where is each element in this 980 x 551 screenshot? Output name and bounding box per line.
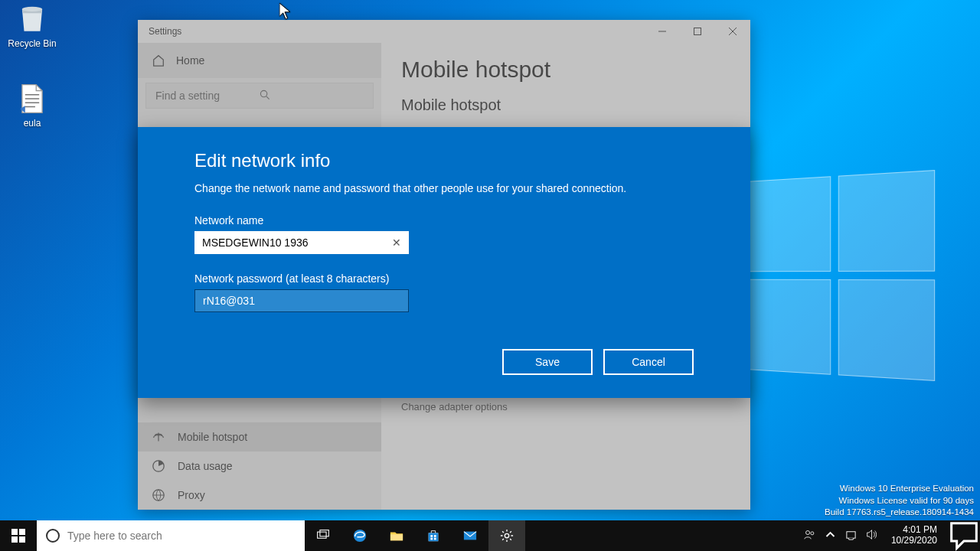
desktop-icon-recycle-bin[interactable]: Recycle Bin bbox=[3, 3, 61, 49]
minimize-button[interactable] bbox=[645, 20, 680, 43]
svg-rect-13 bbox=[430, 535, 433, 537]
svg-rect-10 bbox=[320, 530, 328, 536]
task-view-button[interactable] bbox=[305, 520, 341, 551]
network-name-value: MSEDGEWIN10 1936 bbox=[202, 236, 392, 249]
start-button[interactable] bbox=[0, 520, 37, 551]
svg-rect-1 bbox=[694, 28, 701, 35]
taskbar-clock[interactable]: 4:01 PM 10/29/2020 bbox=[887, 525, 942, 546]
svg-rect-8 bbox=[19, 536, 25, 543]
dialog-title: Edit network info bbox=[194, 150, 694, 171]
svg-rect-21 bbox=[847, 532, 855, 538]
section-title: Mobile hotspot bbox=[401, 96, 730, 114]
taskbar-app-file-explorer[interactable] bbox=[378, 520, 415, 551]
svg-rect-6 bbox=[19, 529, 25, 535]
network-password-input[interactable]: rN16@031 bbox=[194, 289, 409, 312]
save-button[interactable]: Save bbox=[502, 349, 593, 375]
svg-rect-16 bbox=[434, 538, 436, 540]
taskbar-app-settings[interactable] bbox=[488, 520, 525, 551]
window-title: Settings bbox=[149, 26, 181, 37]
page-title: Mobile hotspot bbox=[401, 57, 730, 83]
window-titlebar: Settings bbox=[138, 20, 750, 43]
proxy-icon bbox=[152, 488, 165, 502]
windows-watermark: Windows 10 Enterprise Evaluation Windows… bbox=[825, 483, 974, 519]
desktop-icon-eula[interactable]: eula bbox=[3, 83, 61, 129]
sidebar-home-label: Home bbox=[176, 54, 204, 67]
edit-network-info-dialog: Edit network info Change the network nam… bbox=[138, 127, 750, 398]
sidebar-item-label: Proxy bbox=[178, 489, 205, 501]
sidebar-item-label: Mobile hotspot bbox=[178, 431, 247, 443]
desktop-icon-label: Recycle Bin bbox=[3, 38, 61, 49]
desktop-icon-label: eula bbox=[3, 118, 61, 129]
svg-rect-15 bbox=[430, 538, 433, 540]
sidebar-home[interactable]: Home bbox=[138, 43, 381, 78]
sidebar-item-label: Data usage bbox=[178, 460, 233, 472]
datausage-icon bbox=[152, 459, 165, 473]
svg-point-19 bbox=[805, 531, 809, 535]
taskbar-search-placeholder: Type here to search bbox=[67, 530, 162, 542]
cortana-icon bbox=[46, 529, 60, 543]
cancel-button[interactable]: Cancel bbox=[603, 349, 694, 375]
taskbar-app-mail[interactable] bbox=[452, 520, 488, 551]
action-center-button[interactable] bbox=[948, 520, 980, 551]
tray-network-icon[interactable] bbox=[845, 529, 857, 543]
network-name-label: Network name bbox=[194, 214, 694, 227]
svg-point-18 bbox=[505, 533, 508, 537]
sidebar-item-proxy[interactable]: Proxy bbox=[138, 481, 381, 510]
text-file-icon bbox=[16, 83, 48, 115]
svg-rect-9 bbox=[318, 532, 326, 538]
taskbar-app-edge[interactable] bbox=[341, 520, 378, 551]
change-adapter-options-link[interactable]: Change adapter options bbox=[401, 401, 730, 412]
svg-rect-12 bbox=[390, 534, 403, 540]
dialog-description: Change the network name and password tha… bbox=[194, 182, 694, 194]
svg-rect-7 bbox=[11, 536, 18, 543]
svg-point-2 bbox=[260, 90, 266, 96]
hotspot-icon bbox=[152, 430, 165, 444]
svg-point-20 bbox=[811, 532, 814, 535]
network-password-label: Network password (at least 8 characters) bbox=[194, 272, 694, 285]
maximize-button[interactable] bbox=[680, 20, 715, 43]
system-tray[interactable]: 4:01 PM 10/29/2020 bbox=[798, 520, 948, 551]
wallpaper-windows-logo bbox=[745, 170, 935, 381]
taskbar-app-store[interactable] bbox=[415, 520, 452, 551]
mouse-cursor bbox=[279, 3, 290, 18]
clear-input-icon[interactable]: ✕ bbox=[392, 236, 401, 249]
tray-chevron-up-icon[interactable] bbox=[825, 529, 836, 543]
tray-volume-icon[interactable] bbox=[866, 529, 877, 543]
network-name-input[interactable]: MSEDGEWIN10 1936 ✕ bbox=[194, 231, 409, 254]
taskbar-search[interactable]: Type here to search bbox=[37, 520, 305, 551]
svg-rect-14 bbox=[434, 535, 436, 537]
clock-date: 10/29/2020 bbox=[891, 536, 937, 546]
recycle-bin-icon bbox=[16, 3, 48, 35]
settings-search[interactable]: Find a setting bbox=[145, 83, 374, 109]
sidebar-item-mobile-hotspot[interactable]: Mobile hotspot bbox=[138, 422, 381, 452]
search-icon bbox=[260, 90, 364, 103]
home-icon bbox=[152, 54, 165, 67]
sidebar-item-data-usage[interactable]: Data usage bbox=[138, 452, 381, 481]
settings-search-placeholder: Find a setting bbox=[155, 90, 260, 102]
close-button[interactable] bbox=[715, 20, 750, 43]
clock-time: 4:01 PM bbox=[891, 525, 937, 536]
tray-people-icon[interactable] bbox=[804, 529, 815, 543]
network-password-value: rN16@031 bbox=[203, 295, 255, 307]
svg-rect-5 bbox=[11, 529, 18, 535]
taskbar: Type here to search 4:01 PM 10/29/2020 bbox=[0, 520, 980, 551]
svg-point-0 bbox=[22, 7, 42, 11]
